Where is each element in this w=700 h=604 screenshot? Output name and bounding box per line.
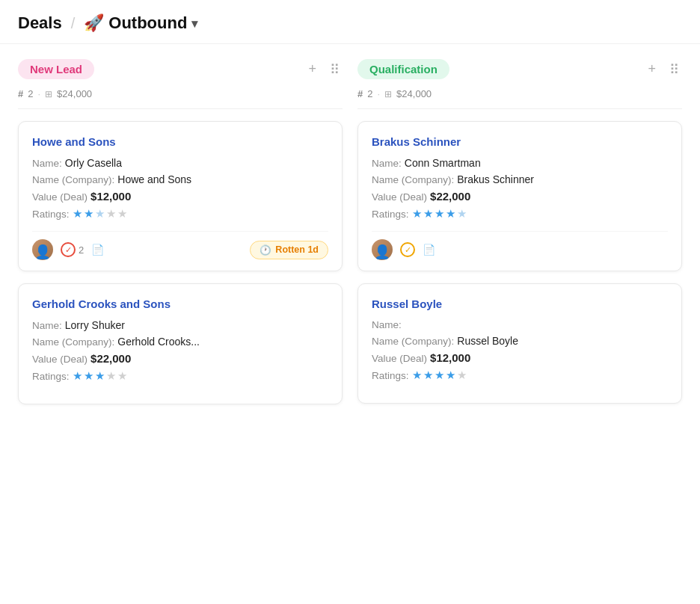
- column-qualification: Qualification + ⠿ # 2 · ⊞ $24,000 Brakus…: [350, 59, 682, 416]
- column-new-lead: New Lead + ⠿ # 2 · ⊞ $24,000 Howe and So…: [18, 59, 350, 416]
- card-howe-sons-footer: 👤 ✓ 2 📄 🕐 Rotten 1d: [32, 231, 328, 260]
- avatar-howe-sons: 👤: [32, 239, 53, 260]
- value-amount: $22,000: [430, 190, 470, 203]
- company-label: Name (Company):: [32, 174, 114, 185]
- qualification-badge: Qualification: [357, 59, 449, 79]
- company-label: Name (Company):: [32, 336, 114, 348]
- company-value: Gerhold Crooks...: [117, 336, 200, 348]
- card-gerhold-crooks: Gerhold Crooks and Sons Name: Lorry Shuk…: [18, 283, 343, 404]
- qualification-count: 2: [367, 88, 372, 99]
- brakus-stars: ★ ★ ★ ★ ★: [412, 207, 467, 221]
- name-value: Orly Casella: [65, 157, 122, 169]
- brakus-doc-button[interactable]: 📄: [423, 244, 435, 256]
- pipeline-name: Outbound: [108, 13, 187, 33]
- card-howe-sons: Howe and Sons Name: Orly Casella Name (C…: [18, 121, 343, 271]
- value-amount: $12,000: [90, 190, 131, 203]
- name-value: Conn Smartman: [405, 157, 481, 169]
- card-brakus-ratings: Ratings: ★ ★ ★ ★ ★: [372, 207, 668, 221]
- value-amount: $22,000: [90, 352, 131, 365]
- value-label: Value (Deal): [372, 191, 427, 203]
- clock-icon: 🕐: [260, 244, 271, 256]
- rocket-icon: 🚀: [84, 13, 104, 33]
- header-deals-title: Deals: [18, 13, 62, 33]
- company-value: Brakus Schinner: [457, 173, 534, 185]
- check-count: 2: [79, 244, 84, 256]
- card-howe-sons-value-field: Value (Deal) $12,000: [32, 190, 328, 203]
- card-gerhold-name-field: Name: Lorry Shuker: [32, 319, 328, 331]
- rotten-badge: 🕐 Rotten 1d: [250, 241, 328, 259]
- howe-sons-doc-button[interactable]: 📄: [91, 244, 104, 256]
- name-label: Name:: [32, 158, 62, 169]
- card-russel-title[interactable]: Russel Boyle: [372, 298, 668, 310]
- column-new-lead-actions: + ⠿: [305, 60, 343, 79]
- brakus-check-button[interactable]: ✓: [400, 242, 415, 257]
- header: Deals / 🚀 Outbound ▾: [0, 0, 700, 44]
- name-label: Name:: [372, 319, 402, 330]
- new-lead-grid-icon: ⊞: [45, 89, 52, 99]
- gerhold-stars: ★ ★ ★ ★ ★: [73, 369, 127, 383]
- company-label: Name (Company):: [372, 336, 454, 347]
- card-gerhold-ratings: Ratings: ★ ★ ★ ★ ★: [32, 369, 328, 383]
- column-qualification-actions: + ⠿: [645, 60, 682, 79]
- qualification-grid-icon: ⊞: [384, 89, 392, 99]
- avatar-brakus: 👤: [372, 239, 393, 260]
- card-howe-sons-company-field: Name (Company): Howe and Sons: [32, 173, 328, 185]
- column-qualification-header: Qualification + ⠿: [357, 59, 682, 79]
- card-howe-sons-name-field: Name: Orly Casella: [32, 157, 328, 169]
- new-lead-grid-button[interactable]: ⠿: [327, 60, 343, 79]
- rotten-label: Rotten 1d: [275, 244, 319, 255]
- card-brakus-name-field: Name: Conn Smartman: [372, 157, 668, 169]
- value-label: Value (Deal): [372, 353, 427, 364]
- card-russel-ratings: Ratings: ★ ★ ★ ★ ★: [372, 369, 668, 382]
- value-amount: $12,000: [430, 351, 470, 364]
- name-value: Lorry Shuker: [65, 319, 125, 331]
- card-howe-sons-ratings: Ratings: ★ ★ ★ ★ ★: [32, 207, 328, 221]
- card-brakus-footer: 👤 ✓ 📄: [372, 231, 668, 260]
- qualification-amount: $24,000: [396, 88, 432, 99]
- company-value: Howe and Sons: [117, 173, 191, 185]
- add-qualification-button[interactable]: +: [645, 60, 659, 78]
- card-gerhold-company-field: Name (Company): Gerhold Crooks...: [32, 336, 328, 348]
- new-lead-stats: # 2 · ⊞ $24,000: [18, 88, 343, 109]
- howe-sons-stars: ★ ★ ★ ★ ★: [73, 207, 127, 221]
- header-separator: /: [71, 15, 76, 32]
- card-gerhold-value-field: Value (Deal) $22,000: [32, 352, 328, 365]
- card-brakus-title[interactable]: Brakus Schinner: [372, 135, 668, 148]
- card-russel-company-field: Name (Company): Russel Boyle: [372, 335, 668, 347]
- new-lead-count: 2: [28, 88, 33, 99]
- card-howe-sons-title[interactable]: Howe and Sons: [32, 135, 328, 148]
- card-brakus-value-field: Value (Deal) $22,000: [372, 190, 668, 203]
- header-pipeline[interactable]: 🚀 Outbound ▾: [84, 13, 197, 33]
- company-label: Name (Company):: [372, 174, 454, 185]
- add-new-lead-button[interactable]: +: [305, 60, 319, 78]
- name-label: Name:: [372, 158, 402, 169]
- check-icon-red: ✓: [61, 242, 76, 257]
- chevron-down-icon[interactable]: ▾: [191, 16, 197, 31]
- value-label: Value (Deal): [32, 191, 88, 203]
- card-russel-boyle: Russel Boyle Name: Name (Company): Russe…: [357, 283, 682, 404]
- howe-sons-check-button[interactable]: ✓ 2: [61, 242, 84, 257]
- check-icon-orange: ✓: [400, 242, 415, 257]
- new-lead-count-hash: #: [18, 88, 23, 99]
- card-brakus-schinner: Brakus Schinner Name: Conn Smartman Name…: [357, 121, 682, 271]
- card-russel-name-field: Name:: [372, 319, 668, 330]
- qualification-grid-button[interactable]: ⠿: [666, 60, 682, 79]
- value-label: Value (Deal): [32, 354, 88, 365]
- russel-stars: ★ ★ ★ ★ ★: [412, 369, 467, 382]
- column-new-lead-header: New Lead + ⠿: [18, 59, 343, 79]
- card-gerhold-title[interactable]: Gerhold Crooks and Sons: [32, 298, 328, 310]
- kanban-board: New Lead + ⠿ # 2 · ⊞ $24,000 Howe and So…: [0, 44, 700, 431]
- card-brakus-company-field: Name (Company): Brakus Schinner: [372, 173, 668, 185]
- card-russel-value-field: Value (Deal) $12,000: [372, 351, 668, 364]
- qualification-count-hash: #: [357, 88, 363, 99]
- new-lead-badge: New Lead: [18, 59, 94, 79]
- name-label: Name:: [32, 320, 62, 331]
- company-value: Russel Boyle: [457, 335, 518, 347]
- qualification-stats: # 2 · ⊞ $24,000: [357, 88, 682, 109]
- new-lead-amount: $24,000: [57, 88, 92, 99]
